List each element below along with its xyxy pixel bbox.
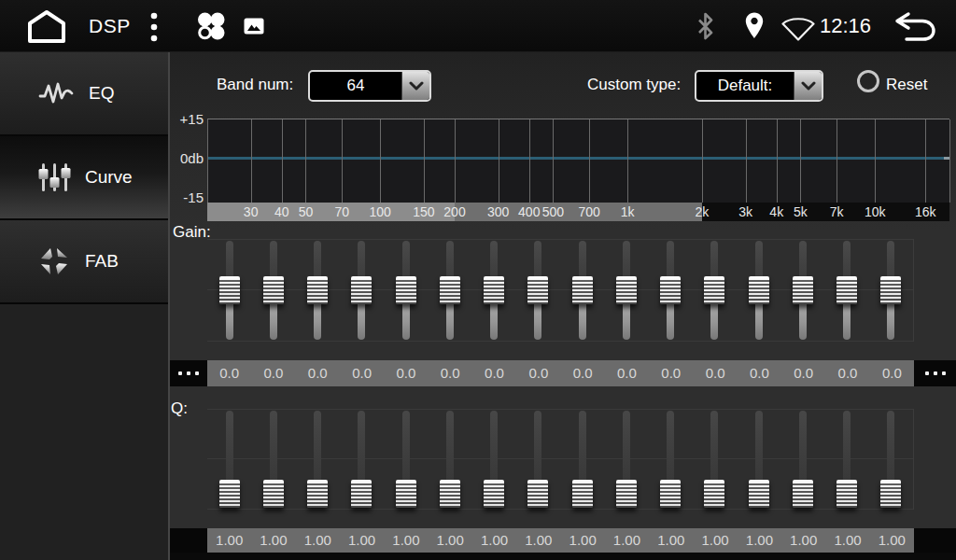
gain-band-slider[interactable] bbox=[604, 239, 648, 342]
gridline bbox=[424, 119, 425, 203]
slider-thumb[interactable] bbox=[616, 276, 637, 304]
freq-tick-label: 700 bbox=[578, 203, 599, 221]
slider-thumb[interactable] bbox=[440, 480, 460, 508]
gain-band-slider[interactable] bbox=[693, 239, 737, 342]
gain-band-value: 0.0 bbox=[561, 360, 605, 386]
q-band-slider[interactable] bbox=[384, 409, 428, 510]
q-band-slider[interactable] bbox=[737, 409, 780, 510]
gain-band-slider[interactable] bbox=[649, 239, 693, 342]
reset-radio-button[interactable] bbox=[857, 70, 879, 92]
gain-band-slider[interactable] bbox=[780, 239, 824, 342]
sidebar-item-eq[interactable]: EQ bbox=[0, 52, 168, 136]
q-band-slider[interactable] bbox=[825, 409, 869, 510]
q-band-slider[interactable] bbox=[869, 409, 913, 510]
slider-thumb[interactable] bbox=[793, 480, 813, 508]
q-band-value: 1.00 bbox=[340, 528, 384, 553]
band-num-dropdown-button[interactable] bbox=[401, 72, 429, 100]
slider-thumb[interactable] bbox=[749, 276, 769, 304]
gridline bbox=[949, 119, 950, 203]
apps-clover-icon[interactable] bbox=[195, 11, 227, 41]
gain-band-slider[interactable] bbox=[207, 239, 251, 342]
gain-band-slider[interactable] bbox=[296, 239, 340, 342]
slider-thumb[interactable] bbox=[880, 480, 901, 508]
slider-thumb[interactable] bbox=[484, 480, 504, 508]
home-icon[interactable] bbox=[26, 8, 67, 44]
freq-tick-label: 200 bbox=[443, 203, 465, 221]
slider-thumb[interactable] bbox=[219, 276, 240, 304]
custom-type-dropdown[interactable]: Default: bbox=[695, 70, 823, 102]
gain-prev-bands-button[interactable] bbox=[170, 360, 207, 386]
gain-band-value: 0.0 bbox=[693, 360, 737, 386]
custom-type-label: Custom type: bbox=[587, 76, 681, 94]
slider-thumb[interactable] bbox=[749, 480, 769, 508]
gain-band-value: 0.0 bbox=[870, 360, 914, 386]
sidebar-item-curve[interactable]: Curve bbox=[0, 136, 168, 220]
slider-thumb[interactable] bbox=[351, 480, 372, 508]
slider-thumb[interactable] bbox=[704, 480, 724, 508]
q-band-slider[interactable] bbox=[516, 409, 560, 510]
q-band-slider[interactable] bbox=[649, 409, 693, 510]
q-band-slider[interactable] bbox=[472, 409, 516, 510]
sidebar-item-fab[interactable]: FAB bbox=[0, 220, 168, 304]
gain-band-slider[interactable] bbox=[560, 239, 604, 342]
back-return-icon[interactable] bbox=[893, 11, 937, 42]
gain-band-slider[interactable] bbox=[428, 239, 471, 342]
gain-band-value: 0.0 bbox=[781, 360, 825, 386]
freq-tick-label: 3k bbox=[738, 203, 752, 221]
slider-thumb[interactable] bbox=[880, 276, 901, 304]
q-band-slider[interactable] bbox=[296, 409, 340, 510]
q-band-slider[interactable] bbox=[251, 409, 295, 510]
slider-thumb[interactable] bbox=[793, 276, 813, 304]
slider-thumb[interactable] bbox=[572, 276, 593, 304]
slider-thumb[interactable] bbox=[484, 276, 504, 304]
gain-band-slider[interactable] bbox=[472, 239, 516, 342]
slider-thumb[interactable] bbox=[527, 480, 548, 508]
menu-dots-icon[interactable] bbox=[149, 11, 159, 43]
slider-thumb[interactable] bbox=[219, 480, 240, 508]
gallery-icon[interactable] bbox=[244, 18, 264, 35]
slider-thumb[interactable] bbox=[396, 276, 416, 304]
q-band-slider[interactable] bbox=[604, 409, 648, 510]
q-band-slider[interactable] bbox=[560, 409, 604, 510]
gain-band-slider[interactable] bbox=[340, 239, 384, 342]
slider-thumb[interactable] bbox=[572, 480, 593, 508]
slider-thumb[interactable] bbox=[836, 276, 857, 304]
gain-band-slider[interactable] bbox=[737, 239, 780, 342]
gain-next-bands-button[interactable] bbox=[914, 360, 956, 386]
slider-thumb[interactable] bbox=[307, 480, 328, 508]
gridline bbox=[207, 119, 208, 203]
gain-band-slider[interactable] bbox=[869, 239, 913, 342]
slider-thumb[interactable] bbox=[616, 480, 637, 508]
freq-tick-label: 50 bbox=[299, 203, 314, 221]
slider-thumb[interactable] bbox=[351, 276, 372, 304]
gain-band-slider[interactable] bbox=[251, 239, 295, 342]
slider-thumb[interactable] bbox=[660, 480, 681, 508]
slider-thumb[interactable] bbox=[836, 480, 857, 508]
q-band-slider[interactable] bbox=[428, 409, 471, 510]
q-band-slider[interactable] bbox=[693, 409, 737, 510]
q-band-value: 1.00 bbox=[781, 528, 825, 553]
wifi-icon bbox=[780, 15, 816, 41]
band-num-dropdown[interactable]: 64 bbox=[308, 70, 431, 102]
eq-plot[interactable] bbox=[207, 119, 949, 203]
slider-thumb[interactable] bbox=[263, 480, 284, 508]
gain-band-slider[interactable] bbox=[825, 239, 869, 342]
freq-tick-label: 30 bbox=[244, 203, 259, 221]
slider-thumb[interactable] bbox=[527, 276, 548, 304]
gain-band-value: 0.0 bbox=[738, 360, 781, 386]
custom-type-dropdown-button[interactable] bbox=[794, 72, 822, 100]
slider-thumb[interactable] bbox=[440, 276, 460, 304]
slider-thumb[interactable] bbox=[704, 276, 724, 304]
slider-thumb[interactable] bbox=[660, 276, 681, 304]
gain-band-value: 0.0 bbox=[251, 360, 295, 386]
slider-thumb[interactable] bbox=[396, 480, 416, 508]
slider-thumb[interactable] bbox=[307, 276, 328, 304]
gain-band-slider[interactable] bbox=[516, 239, 560, 342]
q-band-value: 1.00 bbox=[738, 528, 781, 553]
chevron-down-icon bbox=[409, 81, 424, 91]
gain-band-slider[interactable] bbox=[384, 239, 428, 342]
q-band-slider[interactable] bbox=[207, 409, 251, 510]
slider-thumb[interactable] bbox=[263, 276, 284, 304]
q-band-slider[interactable] bbox=[340, 409, 384, 510]
q-band-slider[interactable] bbox=[780, 409, 824, 510]
